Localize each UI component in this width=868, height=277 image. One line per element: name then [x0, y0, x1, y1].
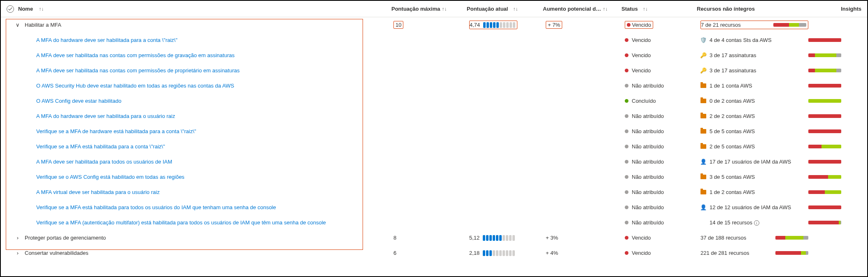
recommendation-row[interactable]: Verifique se a MFA de hardware está habi…: [1, 124, 867, 139]
recommendation-row[interactable]: A MFA deve ser habilitada nas contas com…: [1, 63, 867, 78]
col-cur[interactable]: Pontuação atual↑↓: [467, 6, 543, 12]
col-res: Recursos não íntegros: [697, 6, 804, 12]
chevron-icon[interactable]: ∨: [15, 22, 21, 28]
recommendation-link[interactable]: A MFA virtual deve ser habilitada para o…: [36, 189, 160, 195]
group-name: Consertar vulnerabilidades: [25, 250, 88, 256]
col-ins: Insights: [841, 6, 861, 12]
recommendation-row[interactable]: A MFA deve ser habilitada para todos os …: [1, 154, 867, 169]
recommendation-link[interactable]: Verifique se a MFA está habilitada para …: [36, 143, 165, 150]
chevron-icon[interactable]: ›: [15, 250, 21, 256]
recommendation-link[interactable]: A MFA do hardware deve ser habilitada pa…: [36, 37, 177, 43]
recommendation-link[interactable]: Verifique se a MFA está habilitada para …: [36, 204, 276, 210]
col-max[interactable]: Pontuação máxima↑↓: [391, 6, 467, 12]
group-name: Proteger portas de gerenciamento: [25, 235, 106, 241]
group-row[interactable]: ›Proteger portas de gerenciamento 8 5,12…: [1, 230, 867, 245]
col-name-label: Nome: [18, 6, 33, 12]
recommendation-link[interactable]: A MFA deve ser habilitada nas contas com…: [36, 67, 240, 74]
recommendation-row[interactable]: A MFA virtual deve ser habilitada para o…: [1, 185, 867, 200]
group-name: Habilitar a MFA: [25, 22, 61, 28]
recommendation-link[interactable]: Verifique se a MFA (autenticação multifa…: [36, 219, 326, 226]
recommendation-link[interactable]: Verifique se o AWS Config está habilitad…: [36, 174, 184, 180]
recommendation-link[interactable]: O AWS Config deve estar habilitado: [36, 98, 121, 104]
chevron-icon[interactable]: ›: [15, 235, 21, 241]
recommendation-row[interactable]: A MFA do hardware deve ser habilitada pa…: [1, 108, 867, 124]
col-name[interactable]: Nome ↑↓: [7, 5, 391, 13]
recommendation-row[interactable]: Verifique se o AWS Config está habilitad…: [1, 169, 867, 185]
recommendation-row[interactable]: Verifique se a MFA está habilitada para …: [1, 139, 867, 154]
col-status[interactable]: Status↑↓: [621, 6, 697, 12]
col-inc[interactable]: Aumento potencial d…↑↓: [543, 6, 621, 12]
select-all-icon[interactable]: [7, 5, 14, 13]
recommendation-row[interactable]: O AWS Config deve estar habilitado Concl…: [1, 93, 867, 108]
recommendation-row[interactable]: Verifique se a MFA está habilitada para …: [1, 200, 867, 215]
recommendation-row[interactable]: A MFA do hardware deve ser habilitada pa…: [1, 32, 867, 48]
sort-icon: ↑↓: [39, 6, 44, 12]
recommendation-link[interactable]: Verifique se a MFA de hardware está habi…: [36, 128, 196, 134]
recommendation-row[interactable]: O AWS Security Hub deve estar habilitado…: [1, 78, 867, 93]
recommendation-row[interactable]: A MFA deve ser habilitada nas contas com…: [1, 48, 867, 63]
recommendation-link[interactable]: A MFA deve ser habilitada para todos os …: [36, 159, 172, 165]
group-row[interactable]: ∨Habilitar a MFA 10 4,74 + 7% Vencido 7 …: [1, 17, 867, 32]
column-header-row: Nome ↑↓ Pontuação máxima↑↓ Pontuação atu…: [1, 1, 867, 17]
recommendation-link[interactable]: A MFA deve ser habilitada nas contas com…: [36, 52, 235, 58]
recommendation-link[interactable]: A MFA do hardware deve ser habilitada pa…: [36, 113, 175, 119]
recommendation-row[interactable]: Verifique se a MFA (autenticação multifa…: [1, 215, 867, 230]
group-row[interactable]: ›Consertar vulnerabilidades 6 2,18 + 4% …: [1, 245, 867, 261]
recommendation-link[interactable]: O AWS Security Hub deve estar habilitado…: [36, 83, 234, 89]
